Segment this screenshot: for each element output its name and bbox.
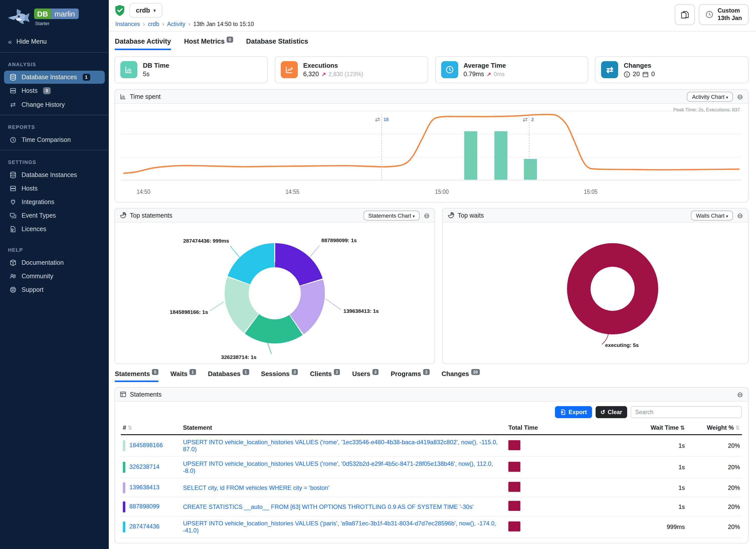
tab-host-metrics[interactable]: Host Metrics0 <box>184 38 233 50</box>
collapse-panel-icon[interactable]: ⊖ <box>737 93 743 100</box>
wait-time-value: 1s <box>592 478 687 497</box>
weight-value: 20% <box>687 456 742 478</box>
tab-sessions[interactable]: Sessions2 <box>261 370 298 382</box>
statements-chart-dropdown[interactable]: Statements Chart ▾ <box>363 210 420 220</box>
statements-table: #⇅ Statement Total Time Wait Time⇅ Weigh… <box>121 421 742 538</box>
sidebar-item-documentation[interactable]: Documentation <box>4 256 105 269</box>
sidebar-item-database-instances[interactable]: Database Instances 1 <box>4 71 105 84</box>
collapse-panel-icon[interactable]: ⊖ <box>737 212 743 219</box>
instance-selector[interactable]: crdb ▾ <box>129 3 162 18</box>
statement-id-link[interactable]: 1845898166 <box>129 442 163 449</box>
count-badge: 0 <box>43 87 51 94</box>
statement-id-link[interactable]: 326238714 <box>129 463 159 470</box>
sidebar-item-licences[interactable]: Licences <box>4 223 105 236</box>
col-wait-time[interactable]: Wait Time <box>651 424 679 431</box>
sidebar-item-community[interactable]: Community <box>4 270 105 283</box>
sidebar-item-time-comparison[interactable]: Time Comparison <box>4 133 105 146</box>
tab-programs[interactable]: Programs2 <box>391 370 430 382</box>
server-icon <box>9 185 17 192</box>
wait-time-value: 1s <box>592 497 687 516</box>
edition-label: Starter <box>35 20 78 26</box>
time-range-button[interactable]: Custom 13th Jan <box>699 4 748 25</box>
tab-label: Database Activity <box>115 38 171 45</box>
breadcrumb-instances[interactable]: Instances <box>115 21 140 27</box>
weight-value: 20% <box>687 478 742 497</box>
panel-title: Time spent <box>120 93 161 100</box>
events-count: 0 <box>651 71 655 78</box>
statement-sql-link[interactable]: UPSERT INTO vehicle_location_histories V… <box>183 439 498 453</box>
card-db-time[interactable]: DB Time 5s <box>114 56 268 83</box>
panel-header: Top statements Statements Chart ▾ ⊖ <box>115 209 435 223</box>
svg-text:15:00: 15:00 <box>435 189 449 195</box>
clear-button[interactable]: ↺ Clear <box>595 406 627 418</box>
breadcrumb-activity[interactable]: Activity <box>167 21 185 27</box>
top-waits-chart[interactable]: executing: 5s <box>443 223 748 363</box>
card-value: 0.79ms ↗ 0ms <box>463 71 506 78</box>
card-average-time[interactable]: Average Time 0.79ms ↗ 0ms <box>435 56 588 83</box>
tab-waits[interactable]: Waits1 <box>170 370 196 382</box>
row-color-bar <box>123 440 125 451</box>
copy-link-button[interactable] <box>675 4 695 25</box>
wait-time-value: 999ms <box>592 516 687 538</box>
section-label: SETTINGS <box>0 157 109 168</box>
statement-id-link[interactable]: 287474436 <box>129 523 159 530</box>
tab-databases[interactable]: Databases1 <box>208 370 249 382</box>
tab-statements[interactable]: Statements5 <box>115 370 158 382</box>
count-badge: 2 <box>334 369 340 375</box>
export-button[interactable]: Export <box>555 406 592 418</box>
breadcrumb-crdb[interactable]: crdb <box>148 21 159 27</box>
svg-text:⇄: ⇄ <box>523 116 528 123</box>
card-executions[interactable]: Executions 6,320 ↗ 2,830 (123%) <box>275 56 428 83</box>
time-spent-svg[interactable]: ⇄18⇄214:5014:5515:0015:05 <box>121 106 742 199</box>
col-total-time[interactable]: Total Time <box>508 424 538 431</box>
tab-clients[interactable]: Clients2 <box>310 370 340 382</box>
search-input[interactable] <box>631 406 742 418</box>
top-statements-chart[interactable]: 287474436: 999ms 887898099: 1s 139638413… <box>115 223 435 363</box>
panel-header: Statements ⊖ <box>115 388 748 402</box>
sort-icon[interactable]: ⇅ <box>735 425 740 431</box>
tab-changes[interactable]: Changes20 <box>442 370 480 382</box>
sidebar-item-label: Licences <box>22 226 46 233</box>
card-changes[interactable]: ⇄ Changes 20 0 <box>595 56 749 83</box>
donut-label: 287474436: 999ms <box>143 238 229 244</box>
logo-db: DB <box>34 8 51 19</box>
statement-id-link[interactable]: 139638413 <box>129 484 159 491</box>
col-num[interactable]: # <box>123 424 126 431</box>
donut-hole <box>591 267 635 311</box>
hide-menu-button[interactable]: « Hide Menu <box>0 32 109 51</box>
count-badge: 1 <box>190 369 196 375</box>
sidebar-item-integrations[interactable]: Integrations <box>4 196 105 209</box>
tab-users[interactable]: Users2 <box>352 370 379 382</box>
activity-chart-dropdown[interactable]: Activity Chart ▾ <box>687 91 733 102</box>
database-icon <box>9 74 17 81</box>
tab-database-activity[interactable]: Database Activity <box>115 38 171 50</box>
sidebar-item-label: Community <box>22 273 53 280</box>
count-badge: 2 <box>372 369 379 375</box>
sidebar-item-database-instances-settings[interactable]: Database Instances <box>4 168 105 181</box>
sort-icon-active[interactable]: ⇅ <box>680 425 685 431</box>
collapse-panel-icon[interactable]: ⊖ <box>737 391 743 398</box>
sidebar-item-hosts-settings[interactable]: Hosts <box>4 182 105 195</box>
app-logo[interactable]: DB marlin Starter <box>0 0 109 32</box>
total-time-bar <box>508 462 520 472</box>
statement-sql-link[interactable]: SELECT city, id FROM vehicles WHERE city… <box>183 484 329 491</box>
statement-id-link[interactable]: 887898099 <box>129 503 159 510</box>
waits-chart-dropdown[interactable]: Waits Chart ▾ <box>691 210 733 220</box>
sidebar-item-change-history[interactable]: ⇄ Change History <box>4 98 105 111</box>
statement-sql-link[interactable]: CREATE STATISTICS __auto__ FROM [63] WIT… <box>183 503 474 510</box>
collapse-panel-icon[interactable]: ⊖ <box>424 212 430 219</box>
col-statement[interactable]: Statement <box>183 424 212 431</box>
card-title: DB Time <box>143 62 169 69</box>
clock-icon <box>9 136 17 143</box>
tab-label: Users <box>352 370 370 378</box>
tab-database-statistics[interactable]: Database Statistics <box>246 38 308 50</box>
pie-chart-icon <box>120 212 126 219</box>
sort-icon[interactable]: ⇅ <box>128 425 132 431</box>
statement-sql-link[interactable]: UPSERT INTO vehicle_location_histories V… <box>183 520 496 534</box>
sidebar-item-hosts[interactable]: Hosts 0 <box>4 84 105 97</box>
sidebar-item-support[interactable]: Support <box>4 283 105 296</box>
statement-sql-link[interactable]: UPSERT INTO vehicle_location_histories V… <box>183 460 493 474</box>
docs-icon <box>9 259 17 266</box>
col-weight[interactable]: Weight % <box>707 424 734 431</box>
sidebar-item-event-types[interactable]: Event Types <box>4 209 105 222</box>
